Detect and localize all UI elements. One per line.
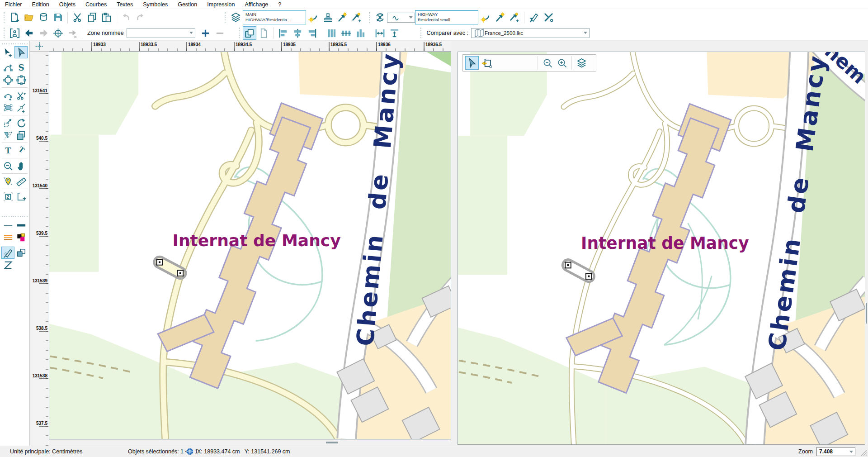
- curve-style-select[interactable]: [387, 13, 415, 23]
- zoom-select[interactable]: 7.408: [816, 447, 855, 456]
- tool-line-thick[interactable]: [14, 219, 28, 231]
- toolbar-grip[interactable]: [238, 27, 241, 39]
- tools-button[interactable]: [542, 11, 555, 24]
- align-right-button[interactable]: [306, 26, 319, 40]
- map-panel-left[interactable]: Chemin de MancyInternat de Mancy: [49, 52, 451, 439]
- layers-button[interactable]: [229, 11, 242, 24]
- goto-coords-button[interactable]: [66, 26, 79, 40]
- toolbar-grip[interactable]: [368, 12, 371, 24]
- menu-gestion[interactable]: Gestion: [173, 0, 202, 9]
- selection-handle[interactable]: [157, 259, 163, 265]
- toolbar-grip[interactable]: [224, 12, 226, 24]
- tool-node-join[interactable]: [14, 101, 28, 114]
- fit-height-button[interactable]: [388, 26, 401, 40]
- named-zone-button[interactable]: [8, 26, 21, 40]
- open-file-button[interactable]: [22, 11, 36, 24]
- tool-distort-tool[interactable]: [1, 259, 14, 271]
- nav-forward-button[interactable]: [37, 26, 50, 40]
- palette-grip[interactable]: [2, 215, 28, 218]
- copy-button[interactable]: [85, 11, 99, 24]
- panel-zoom-out-button[interactable]: [541, 56, 554, 70]
- save-button[interactable]: [51, 11, 65, 24]
- align-center-button[interactable]: [291, 26, 305, 40]
- ruler-origin-corner[interactable]: [30, 41, 49, 52]
- undo-button[interactable]: [119, 11, 132, 24]
- distribute-spacing-button[interactable]: [340, 26, 353, 40]
- tool-text-tool[interactable]: T: [1, 144, 14, 157]
- selection-handle[interactable]: [565, 262, 571, 268]
- tool-rect-tool[interactable]: [14, 74, 28, 86]
- menu-objets[interactable]: Objets: [54, 0, 80, 9]
- zoom-plus-button[interactable]: [199, 26, 212, 40]
- add-node-glow-button[interactable]: [307, 11, 320, 24]
- fit-width-button[interactable]: [373, 26, 387, 40]
- magic-select-add-button[interactable]: [350, 11, 363, 24]
- export-database-button[interactable]: [37, 11, 50, 24]
- toolbar-grip[interactable]: [3, 12, 5, 24]
- align-left-button[interactable]: [277, 26, 290, 40]
- add-node-glow-button2[interactable]: [479, 11, 492, 24]
- tool-pan-tool[interactable]: [14, 160, 28, 172]
- compare-view-button[interactable]: [243, 26, 256, 40]
- menu-edition[interactable]: Edition: [27, 0, 54, 9]
- palette-grip[interactable]: [2, 43, 28, 45]
- compare-file-select[interactable]: France_2500.lkc: [471, 28, 590, 38]
- tool-spline-s[interactable]: S: [14, 62, 28, 74]
- nav-back-button[interactable]: [22, 26, 36, 40]
- text-brush-button[interactable]: [527, 11, 541, 24]
- stamp-button[interactable]: [321, 11, 335, 24]
- zone-select[interactable]: [127, 28, 195, 38]
- panel-select-button[interactable]: [465, 56, 479, 70]
- layer-selector-highway[interactable]: HIGHWAY Residential small: [415, 10, 478, 24]
- tool-scale-tool[interactable]: [1, 117, 14, 129]
- tool-measure-ruler[interactable]: [14, 175, 28, 187]
- panel-zoom-in-button[interactable]: [555, 56, 569, 70]
- selection-handle[interactable]: [586, 273, 592, 279]
- tool-zoom-out-tool[interactable]: [1, 160, 14, 172]
- tool-flip-tool[interactable]: [1, 129, 14, 141]
- tool-coord-pin[interactable]: Yx: [1, 175, 14, 187]
- menu-aide[interactable]: ?: [273, 0, 286, 9]
- scrollbar-thumb[interactable]: [866, 303, 867, 324]
- cut-button[interactable]: [71, 11, 84, 24]
- tool-select[interactable]: [14, 46, 28, 58]
- center-target-button[interactable]: [51, 26, 65, 40]
- magic-select-button2[interactable]: [493, 11, 507, 24]
- tool-hatch-pencil[interactable]: [1, 247, 14, 259]
- tool-node-add[interactable]: [1, 89, 14, 101]
- menu-impression[interactable]: Impression: [202, 0, 240, 9]
- map-panel-right[interactable]: Chemin de MancyhemInternat de Mancy: [458, 52, 868, 445]
- tool-curve-new[interactable]: [1, 62, 14, 74]
- menu-textes[interactable]: Textes: [112, 0, 138, 9]
- vertical-scrollbar[interactable]: [865, 52, 868, 445]
- horizontal-scrollbar[interactable]: [49, 439, 451, 445]
- distribute-size-button[interactable]: [354, 26, 368, 40]
- scrollbar-thumb[interactable]: [326, 442, 338, 443]
- selection-handle[interactable]: [177, 270, 183, 276]
- menu-fichier[interactable]: Fichier: [0, 0, 27, 9]
- single-view-button[interactable]: [257, 26, 271, 40]
- tool-rotate-tool[interactable]: [14, 117, 28, 129]
- layer-selector-main[interactable]: MAIN HIGHWAY/Residentia ...: [243, 10, 306, 24]
- tool-node-cut[interactable]: [14, 89, 28, 101]
- tool-color-swatches[interactable]: [14, 231, 28, 243]
- magic-select-button[interactable]: [335, 11, 349, 24]
- menu-affichage[interactable]: Affichage: [240, 0, 273, 9]
- tool-ellipse-tool[interactable]: [1, 74, 14, 86]
- zoom-minus-button[interactable]: [213, 26, 227, 40]
- tool-grid-number[interactable]: 2: [1, 190, 14, 203]
- tool-text-rot[interactable]: T: [14, 144, 28, 157]
- new-document-button[interactable]: [8, 11, 21, 24]
- tool-line-thin[interactable]: [1, 219, 14, 231]
- sync-disabled-button[interactable]: [373, 11, 387, 24]
- tool-fill-shapes[interactable]: [14, 247, 28, 259]
- tool-frame-add[interactable]: [14, 190, 28, 203]
- resize-grip[interactable]: [860, 449, 867, 456]
- magic-select-add-button2[interactable]: [508, 11, 521, 24]
- menu-courbes[interactable]: Courbes: [80, 0, 112, 9]
- toolbar-grip[interactable]: [3, 27, 5, 39]
- panel-layers-button[interactable]: [575, 56, 588, 70]
- tool-duplicate-tool[interactable]: [14, 129, 28, 141]
- tool-node-select[interactable]: [1, 101, 14, 114]
- distribute-columns-button[interactable]: [325, 26, 339, 40]
